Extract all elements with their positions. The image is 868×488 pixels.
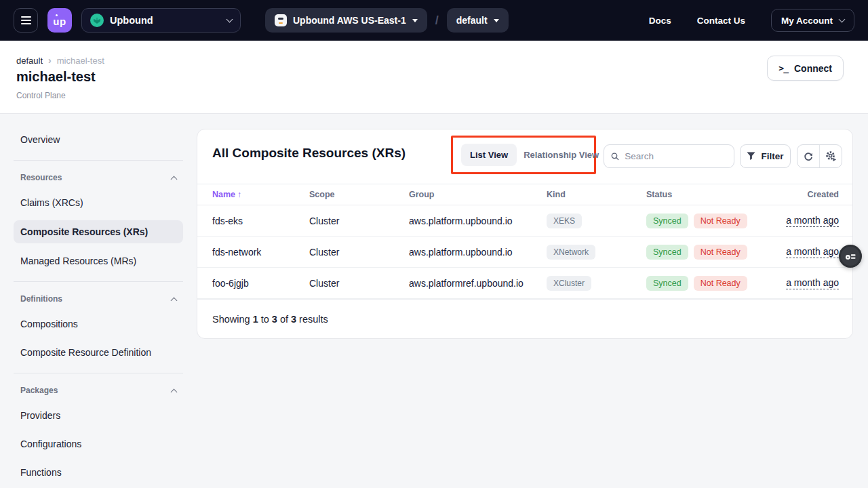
connect-button[interactable]: >_ Connect <box>767 56 844 81</box>
sidebar-item-compositions[interactable]: Compositions <box>14 313 183 335</box>
sidebar-section-definitions[interactable]: Definitions <box>14 290 183 308</box>
sidebar-item-providers[interactable]: Providers <box>14 405 183 426</box>
column-header-created[interactable]: Created <box>772 190 839 199</box>
status-badge-synced: Synced <box>646 276 688 291</box>
control-plane-icon <box>275 14 287 26</box>
sidebar-item-composite-resource-definition[interactable]: Composite Resource Definition <box>14 342 183 363</box>
survey-list-icon <box>845 251 856 262</box>
cell-group: aws.platform.upbound.io <box>409 216 547 226</box>
feedback-widget-button[interactable] <box>839 245 862 268</box>
status-badge-synced: Synced <box>646 245 688 260</box>
filter-button[interactable]: Filter <box>740 144 791 168</box>
chevron-down-icon <box>839 16 846 23</box>
sidebar-item-managed-resources[interactable]: Managed Resources (MRs) <box>14 250 183 272</box>
relationship-view-tab[interactable]: Relationship View <box>521 144 601 166</box>
annotation-highlight-box: List View Relationship View <box>451 136 596 174</box>
sidebar-item-configurations[interactable]: Configurations <box>14 433 183 455</box>
my-account-label: My Account <box>781 16 833 26</box>
filter-label: Filter <box>761 151 783 161</box>
sidebar-navigation: Overview Resources Claims (XRCs) Composi… <box>14 129 183 488</box>
column-header-name[interactable]: Name↑ <box>212 190 309 199</box>
breadcrumb-group[interactable]: default <box>16 56 43 66</box>
created-timestamp[interactable]: a month ago <box>786 215 839 227</box>
column-header-kind[interactable]: Kind <box>547 190 646 199</box>
funnel-icon <box>747 152 755 161</box>
table-row[interactable]: fds-network Cluster aws.platform.upbound… <box>197 237 852 268</box>
organization-dropdown[interactable]: Upbound <box>81 8 241 33</box>
sidebar-divider <box>14 160 183 161</box>
path-separator: / <box>435 14 439 28</box>
search-box <box>604 144 734 168</box>
refresh-icon <box>803 151 814 162</box>
breadcrumb-current: michael-test <box>57 56 104 66</box>
group-dropdown[interactable]: default <box>447 8 509 33</box>
chevron-up-icon <box>171 388 178 395</box>
sidebar-divider <box>14 281 183 282</box>
breadcrumb: default › michael-test <box>16 56 104 66</box>
control-plane-dropdown[interactable]: Upbound AWS US-East-1 <box>265 8 427 33</box>
sort-ascending-icon: ↑ <box>237 190 241 199</box>
column-header-status[interactable]: Status <box>646 190 772 199</box>
organization-name: Upbound <box>110 15 221 26</box>
results-start: 1 <box>253 314 258 325</box>
page-subtitle: Control Plane <box>16 91 66 100</box>
organization-icon <box>90 14 104 27</box>
sidebar-item-composite-resources[interactable]: Composite Resources (XRs) <box>14 220 183 243</box>
table-actions-group <box>797 144 842 168</box>
column-header-group[interactable]: Group <box>409 190 547 199</box>
my-account-dropdown[interactable]: My Account <box>771 9 854 32</box>
composite-resources-panel: All Composite Resources (XRs) List View … <box>197 129 853 339</box>
control-plane-name: Upbound AWS US-East-1 <box>293 15 406 26</box>
cell-group: aws.platformref.upbound.io <box>409 278 547 289</box>
refresh-button[interactable] <box>797 145 819 167</box>
chevron-down-icon <box>412 19 418 22</box>
status-badge-not-ready: Not Ready <box>694 214 747 228</box>
search-icon <box>611 152 619 161</box>
breadcrumb-separator-icon: › <box>48 55 52 66</box>
chevron-down-icon <box>226 16 233 23</box>
chevron-up-icon <box>171 297 178 304</box>
results-total: 3 <box>291 314 296 325</box>
section-label: Definitions <box>20 294 62 304</box>
chevron-down-icon <box>494 19 499 22</box>
results-summary: Showing 1 to 3 of 3 results <box>197 299 852 339</box>
status-badge-not-ready: Not Ready <box>694 245 747 260</box>
cell-scope: Cluster <box>309 216 409 226</box>
group-name: default <box>456 15 488 26</box>
created-timestamp[interactable]: a month ago <box>786 277 839 289</box>
chevron-up-icon <box>171 176 178 182</box>
created-timestamp[interactable]: a month ago <box>786 246 839 258</box>
panel-title: All Composite Resources (XRs) <box>212 146 406 161</box>
section-label: Packages <box>20 386 58 395</box>
table-row[interactable]: fds-eks Cluster aws.platform.upbound.io … <box>197 205 852 237</box>
section-label: Resources <box>20 173 62 182</box>
kind-badge: XNetwork <box>547 245 595 260</box>
list-view-tab[interactable]: List View <box>461 144 517 166</box>
connect-label: Connect <box>794 63 832 74</box>
status-badge-synced: Synced <box>646 214 688 228</box>
menu-icon[interactable] <box>14 8 38 33</box>
sidebar-item-claims[interactable]: Claims (XRCs) <box>14 192 183 214</box>
kind-badge: XCluster <box>547 276 591 291</box>
kind-badge: XEKS <box>547 214 582 228</box>
cell-group: aws.platform.upbound.io <box>409 247 547 258</box>
column-header-scope[interactable]: Scope <box>309 190 409 199</box>
auto-refresh-settings-button[interactable] <box>819 145 842 167</box>
table-row[interactable]: foo-6jgjb Cluster aws.platformref.upboun… <box>197 268 852 299</box>
sidebar-item-functions[interactable]: Functions <box>14 462 183 483</box>
page-title: michael-test <box>16 69 96 85</box>
logo-text: up <box>53 16 66 27</box>
sidebar-section-resources[interactable]: Resources <box>14 169 183 186</box>
page-header: default › michael-test michael-test Cont… <box>0 41 868 114</box>
sidebar-item-overview[interactable]: Overview <box>14 129 183 150</box>
cell-name: fds-eks <box>212 216 309 226</box>
table-header-row: Name↑ Scope Group Kind Status Created <box>197 184 852 205</box>
docs-link[interactable]: Docs <box>649 16 671 26</box>
upbound-logo[interactable]: up <box>47 8 72 33</box>
gear-play-icon <box>825 150 837 162</box>
logo-dot <box>56 14 58 16</box>
contact-us-link[interactable]: Contact Us <box>697 16 745 26</box>
top-navigation-bar: up Upbound Upbound AWS US-East-1 / defau… <box>0 0 868 41</box>
search-input[interactable] <box>625 151 727 161</box>
sidebar-section-packages[interactable]: Packages <box>14 382 183 399</box>
